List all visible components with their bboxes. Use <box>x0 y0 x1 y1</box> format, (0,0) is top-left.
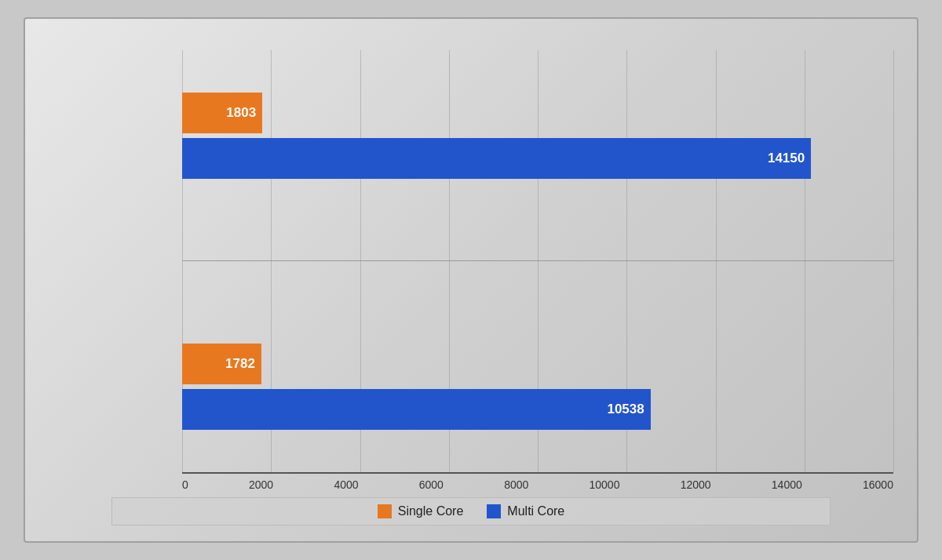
x-tick-label: 4000 <box>334 478 358 491</box>
single-core-value: 1782 <box>225 356 255 372</box>
multi-core-row: 10538 <box>182 389 893 430</box>
x-tick-label: 14000 <box>772 478 802 491</box>
chart-area: 180314150178210538 020004000600080001000… <box>49 50 893 525</box>
legend: Single CoreMulti Core <box>111 497 831 525</box>
single-core-bar: 1803 <box>182 93 262 133</box>
x-tick-label: 2000 <box>249 478 273 491</box>
legend-label: Single Core <box>398 504 464 518</box>
grid-line <box>893 50 894 472</box>
x-tick-label: 16000 <box>863 478 893 491</box>
x-tick-label: 10000 <box>590 478 620 491</box>
y-labels <box>49 50 182 491</box>
single-core-bar: 1782 <box>182 344 261 384</box>
chart-body: 180314150178210538 020004000600080001000… <box>49 50 893 491</box>
y-label-cpu2 <box>49 349 174 365</box>
legend-color-box <box>487 504 501 518</box>
multi-core-value: 14150 <box>768 151 805 166</box>
chart-container: 180314150178210538 020004000600080001000… <box>24 17 918 543</box>
chart-plot: 180314150178210538 020004000600080001000… <box>182 50 893 491</box>
legend-item: Multi Core <box>487 504 564 518</box>
multi-core-value: 10538 <box>607 402 644 417</box>
multi-core-bar: 14150 <box>182 138 811 179</box>
x-tick-label: 0 <box>182 478 188 491</box>
x-tick-label: 8000 <box>504 478 528 491</box>
legend-item: Single Core <box>378 504 464 518</box>
legend-label: Multi Core <box>507 504 564 518</box>
single-core-row: 1803 <box>182 93 893 133</box>
x-tick-label: 12000 <box>681 478 711 491</box>
multi-core-bar: 10538 <box>182 389 651 430</box>
multi-core-row: 14150 <box>182 138 893 179</box>
cpu-group-1: 178210538 <box>182 337 893 436</box>
x-tick-label: 6000 <box>419 478 444 491</box>
single-core-row: 1782 <box>182 344 893 384</box>
cpu-group-0: 180314150 <box>182 86 893 185</box>
group-divider <box>182 260 893 261</box>
x-axis-area: 0200040006000800010000120001400016000 <box>182 472 893 491</box>
legend-color-box <box>378 504 392 518</box>
single-core-value: 1803 <box>226 105 256 121</box>
bars-area: 180314150178210538 <box>182 50 893 472</box>
x-ticks: 0200040006000800010000120001400016000 <box>182 474 893 491</box>
y-label-cpu1 <box>49 144 174 161</box>
